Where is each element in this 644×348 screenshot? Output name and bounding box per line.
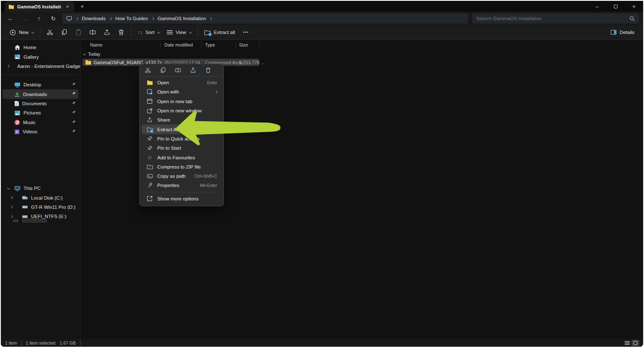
cut-icon[interactable] [143, 66, 152, 75]
menu-item-properties[interactable]: Properties Alt+Enter [142, 181, 221, 190]
sidebar-item-partial [13, 218, 50, 223]
share-icon[interactable] [188, 66, 197, 75]
new-tab-button[interactable]: + [78, 3, 86, 10]
extract-all-button[interactable]: Extract all [200, 28, 239, 37]
menu-item-open-with[interactable]: Open with [142, 87, 221, 96]
sidebar-item-drive-c[interactable]: Local Disk (C:) [3, 193, 78, 202]
column-divider[interactable] [160, 42, 161, 48]
menu-item-pin-to-start[interactable]: Pin to Start [142, 143, 221, 153]
sidebar-item-this-pc[interactable]: This PC [3, 184, 78, 193]
sidebar-item-videos[interactable]: Videos [3, 127, 78, 136]
view-button[interactable]: View [163, 28, 195, 37]
column-divider[interactable] [201, 42, 202, 48]
delete-button[interactable] [114, 27, 128, 38]
status-divider [80, 341, 80, 345]
menu-item-pin-to-quick-access[interactable]: Pin to Quick access [142, 134, 221, 143]
copy-path-icon [146, 173, 153, 179]
group-header-today[interactable]: Today [83, 52, 100, 57]
up-button[interactable]: ↑ [33, 13, 45, 24]
menu-item-shortcut: Alt+Enter [200, 183, 217, 188]
chevron-down-icon [31, 31, 34, 34]
sidebar-item-music[interactable]: Music [3, 118, 78, 127]
menu-item-label: Open in new tab [157, 99, 217, 104]
search-input[interactable] [476, 16, 629, 21]
forward-button[interactable]: → [18, 13, 31, 24]
sidebar-item-pictures[interactable]: Pictures [3, 108, 78, 117]
paste-button[interactable] [71, 27, 86, 38]
sidebar-item-documents[interactable]: Documents [3, 99, 78, 108]
tab-close-icon[interactable]: × [64, 3, 71, 10]
menu-item-extract-all[interactable]: Extract All... [142, 125, 221, 134]
menu-item-show-more-options[interactable]: Show more options [142, 194, 221, 203]
menu-item-compress-to-zip[interactable]: Compress to ZIP file [142, 162, 221, 171]
command-bar: New ↑↓ Sort View [1, 25, 643, 40]
sidebar-item-gallery[interactable]: Gallery [3, 52, 78, 61]
new-window-icon [146, 107, 153, 114]
close-button[interactable]: × [625, 1, 643, 12]
minimize-button[interactable]: – [588, 1, 606, 12]
chevron-right-icon[interactable] [10, 215, 13, 218]
gallery-icon [14, 54, 21, 60]
chevron-down-icon [189, 31, 192, 34]
sidebar-item-drive-d[interactable]: GT-R Win11 Pro (D:) [3, 203, 78, 212]
sidebar-item-onedrive[interactable]: Aaron - Entertainment Gadgets LTD [3, 62, 78, 71]
details-view-toggle[interactable] [623, 340, 631, 346]
pin-icon [72, 91, 76, 96]
column-header-type[interactable]: Type [205, 42, 215, 47]
star-icon: ☆ [146, 154, 153, 161]
new-button[interactable]: New [6, 27, 37, 38]
menu-item-add-to-favourites[interactable]: ☆ Add to Favourites [142, 153, 221, 162]
search-box[interactable] [472, 13, 639, 23]
cut-button[interactable] [43, 27, 57, 38]
copy-icon[interactable] [158, 66, 167, 75]
menu-item-copy-as-path[interactable]: Copy as path Ctrl+Shift+C [142, 171, 221, 181]
refresh-button[interactable]: ↻ [47, 13, 60, 24]
menu-item-share[interactable]: Share [142, 115, 221, 125]
navigation-bar: ← → ↑ ↻ Downloads How To Guides GammaOS … [1, 12, 643, 25]
share-button[interactable] [100, 27, 114, 38]
details-label: Details [620, 30, 634, 35]
explorer-tab[interactable]: GammaOS Installation × [5, 1, 74, 12]
rename-button[interactable] [86, 27, 100, 38]
details-pane-button[interactable]: Details [607, 28, 638, 37]
chevron-right-icon[interactable] [10, 205, 13, 208]
breadcrumb-gammaos-installation[interactable]: GammaOS Installation [158, 16, 206, 21]
menu-item-shortcut: Ctrl+Shift+C [195, 174, 217, 179]
toolbar-divider [131, 28, 131, 36]
chevron-right-icon[interactable] [10, 196, 13, 199]
breadcrumb-how-to-guides[interactable]: How To Guides [115, 16, 148, 21]
menu-item-label: Pin to Start [157, 145, 217, 151]
delete-icon[interactable] [203, 66, 213, 75]
address-bar[interactable]: Downloads How To Guides GammaOS Installa… [62, 13, 468, 23]
chevron-down-icon [157, 31, 160, 34]
rename-icon[interactable] [173, 66, 182, 75]
chevron-right-icon[interactable] [7, 65, 10, 68]
breadcrumb-chevron-icon [151, 17, 154, 20]
pin-icon [72, 110, 76, 114]
sidebar-item-desktop[interactable]: Desktop [3, 80, 78, 89]
menu-item-label: Show more options [157, 196, 217, 201]
copy-button[interactable] [57, 27, 71, 38]
column-header-date-modified[interactable]: Date modified [164, 42, 193, 47]
column-headers: Name Date modified Type Size [80, 41, 643, 49]
sort-button[interactable]: ↑↓ Sort [134, 27, 163, 37]
sidebar-item-label: Home [23, 45, 36, 50]
back-button[interactable]: ← [4, 13, 17, 24]
column-header-name[interactable]: Name [90, 42, 102, 47]
column-divider[interactable] [259, 42, 260, 48]
menu-item-open-in-new-window[interactable]: Open in new window [142, 106, 221, 115]
zip-folder-icon [85, 60, 91, 65]
sidebar-item-downloads[interactable]: Downloads [3, 89, 78, 99]
pin-icon [146, 135, 153, 142]
large-icons-view-toggle[interactable] [632, 340, 639, 346]
sidebar-item-home[interactable]: Home [3, 43, 78, 52]
column-divider[interactable] [236, 42, 236, 48]
menu-item-open-in-new-tab[interactable]: Open in new tab [142, 97, 221, 106]
menu-item-open[interactable]: Open Enter [142, 78, 221, 87]
chevron-down-icon[interactable] [7, 187, 10, 190]
more-options-button[interactable]: ••• [239, 27, 253, 38]
drive-icon [22, 205, 28, 209]
maximize-button[interactable] [606, 1, 625, 12]
column-header-size[interactable]: Size [239, 42, 248, 47]
breadcrumb-downloads[interactable]: Downloads [82, 16, 106, 21]
